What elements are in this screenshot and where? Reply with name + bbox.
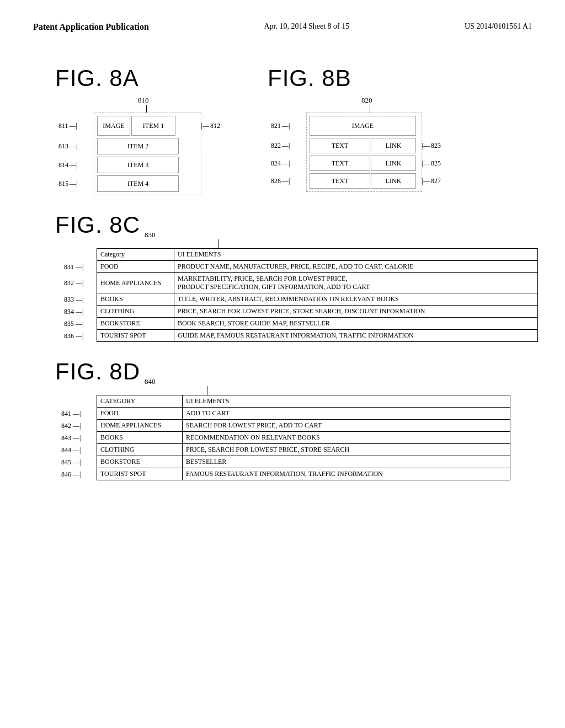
- fig-8d-category-cell: BOOKSTORE845 —|: [97, 456, 183, 468]
- fig-8d-table-area: CATEGORY UI ELEMENTS FOOD841 —|ADD TO CA…: [97, 395, 532, 480]
- fig-8d-col1-header: CATEGORY: [97, 395, 183, 408]
- fig-8d-row-label: 844 —|: [61, 446, 81, 454]
- fig-8c-row: CLOTHING834 —|PRICE, SEARCH FOR LOWEST P…: [97, 306, 538, 318]
- fig-8c-category-cell: FOOD831 —|: [97, 261, 174, 273]
- fig-8b-row4: 826 —| TEXT LINK |— 827: [310, 173, 419, 189]
- fig-8d-section: FIG. 8D 840 CATEGORY UI ELEMENTS FOOD841…: [55, 358, 532, 480]
- fig-8d-row-label: 845 —|: [61, 458, 81, 466]
- fig-8a-container: FIG. 8A 810 811 —|: [55, 65, 201, 195]
- fig-8c-ui-elements-cell: PRICE, SEARCH FOR LOWEST PRICE, STORE SE…: [174, 306, 538, 318]
- fig-8c-category-cell: HOME APPLIANCES832 —|: [97, 273, 174, 293]
- fig-8d-ui-elements-cell: PRICE, SEARCH FOR LOWEST PRICE, STORE SE…: [183, 444, 510, 456]
- fig-8d-row: CLOTHING844 —|PRICE, SEARCH FOR LOWEST P…: [97, 444, 510, 456]
- fig-8b-text4-cell: TEXT: [310, 173, 370, 189]
- fig-8d-label: FIG. 8D: [55, 358, 140, 385]
- fig-8c-row-label: 836 —|: [64, 331, 83, 340]
- fig-8c-category-cell: CLOTHING834 —|: [97, 306, 174, 318]
- fig-8b-link3-cell: LINK: [371, 156, 416, 171]
- fig-8b-827-label: |— 827: [422, 177, 441, 185]
- fig-8a-row3: 814 —| ITEM 3: [97, 157, 198, 173]
- header-left: Patent Application Publication: [33, 22, 149, 32]
- fig-8a-812-label: |— 812: [201, 122, 220, 130]
- fig-8c-row-label: 834 —|: [64, 307, 83, 315]
- fig-8b-row1: 821 —| IMAGE: [310, 116, 419, 136]
- fig-8c-row: FOOD831 —|PRODUCT NAME, MANUFACTURER, PR…: [97, 261, 538, 273]
- fig-8c-category-cell: TOURIST SPOT836 —|: [97, 330, 174, 342]
- header-center: Apr. 10, 2014 Sheet 8 of 15: [264, 22, 349, 31]
- fig-8a-item2-cell: ITEM 2: [97, 138, 179, 154]
- fig-8d-category-cell: BOOKS843 —|: [97, 432, 183, 444]
- fig-8b-label: FIG. 8B: [268, 65, 351, 92]
- fig-8c-row: HOME APPLIANCES832 —|MARKETABILITY, PRIC…: [97, 273, 538, 293]
- fig-8b-text3-cell: TEXT: [310, 156, 370, 171]
- fig-8d-row: BOOKS843 —|RECOMMENDATION ON RELEVANT BO…: [97, 432, 510, 444]
- fig-8d-ui-elements-cell: FAMOUS RESTAURANT INFORMATION, TRAFFIC I…: [183, 468, 510, 480]
- fig-8c-ui-elements-cell: PRODUCT NAME, MANUFACTURER, PRICE, RECIP…: [174, 261, 538, 273]
- fig-8a-label: FIG. 8A: [55, 65, 139, 92]
- fig-8c-section: FIG. 8C 830 Category UI ELEMENTS FOOD831…: [55, 212, 532, 342]
- fig-8d-ref: 840: [145, 377, 156, 386]
- fig-8d-row-label: 843 —|: [61, 433, 81, 442]
- fig-8b-row2-label: 822 —|: [271, 142, 290, 150]
- fig-8b-container: FIG. 8B 820 821 —| IMAGE: [268, 65, 422, 192]
- fig-8b-row1-label: 821 —|: [271, 122, 290, 130]
- fig-8c-row: TOURIST SPOT836 —|GUIDE MAP, FAMOUS REST…: [97, 330, 538, 342]
- fig-8a-main-box: 811 —| IMAGE ITEM 1 |— 812: [94, 113, 201, 195]
- fig-8d-ui-elements-cell: BESTSELLER: [183, 456, 510, 468]
- patent-title: Patent Application Publication: [33, 22, 149, 31]
- fig-8a-row4: 815 —| ITEM 4: [97, 175, 198, 192]
- fig-8d-row-label: 842 —|: [61, 421, 81, 430]
- fig-8d-ui-elements-cell: ADD TO CART: [183, 408, 510, 420]
- fig-8d-row: FOOD841 —|ADD TO CART: [97, 408, 510, 420]
- fig-8b-row3-label: 824 —|: [271, 159, 290, 168]
- fig-8d-ui-elements-cell: SEARCH FOR LOWEST PRICE, ADD TO CART: [183, 420, 510, 432]
- date-sheet: Apr. 10, 2014 Sheet 8 of 15: [264, 22, 349, 30]
- fig-8c-row-label: 835 —|: [64, 319, 83, 328]
- fig-8d-row-label: 841 —|: [61, 409, 81, 417]
- fig-8a-ref: 810: [138, 96, 149, 105]
- fig-8d-col2-header: UI ELEMENTS: [183, 395, 510, 408]
- fig-8b-link4-cell: LINK: [371, 173, 416, 189]
- fig-8c-row: BOOKSTORE835 —|BOOK SEARCH, STORE GUIDE …: [97, 318, 538, 330]
- fig-8a-row3-label: 814 —|: [58, 161, 77, 169]
- fig-8c-header-row: Category UI ELEMENTS: [97, 249, 538, 261]
- fig-8a-row1-label: 811 —|: [58, 122, 77, 130]
- fig-8c-row-label: 833 —|: [64, 295, 83, 303]
- fig-8d-category-cell: FOOD841 —|: [97, 408, 183, 420]
- fig-8c-row-label: 832 —|: [64, 279, 83, 287]
- fig-8d-table: CATEGORY UI ELEMENTS FOOD841 —|ADD TO CA…: [97, 395, 510, 480]
- fig-8b-row4-label: 826 —|: [271, 177, 290, 185]
- fig-8b-825-label: |— 825: [422, 159, 441, 168]
- fig-8c-table: Category UI ELEMENTS FOOD831 —|PRODUCT N…: [97, 248, 538, 342]
- fig-8b-image-cell: IMAGE: [310, 116, 416, 136]
- fig-8d-category-cell: TOURIST SPOT846 —|: [97, 468, 183, 480]
- fig-8a-row2-label: 813 —|: [58, 142, 77, 151]
- fig-8c-category-cell: BOOKS833 —|: [97, 293, 174, 306]
- patent-number: US 2014/0101561 A1: [465, 22, 532, 30]
- fig-8c-ui-elements-cell: TITLE, WRITER, ABSTRACT, RECOMMENDATION …: [174, 293, 538, 306]
- top-figs: FIG. 8A 810 811 —|: [33, 65, 532, 195]
- fig-8b-row2: 822 —| TEXT LINK |— 823: [310, 138, 419, 153]
- fig-8b-823-label: |— 823: [422, 142, 441, 150]
- fig-8b-text2-cell: TEXT: [310, 138, 370, 153]
- fig-8a-item1-cell: ITEM 1: [131, 116, 175, 136]
- fig-8d-header-row: CATEGORY UI ELEMENTS: [97, 395, 510, 408]
- fig-8b-row3: 824 —| TEXT LINK |— 825: [310, 156, 419, 171]
- header-right: US 2014/0101561 A1: [465, 22, 532, 31]
- fig-8c-ui-elements-cell: MARKETABILITY, PRICE, SEARCH FOR LOWEST …: [174, 273, 538, 293]
- fig-8a-item4-cell: ITEM 4: [97, 175, 179, 192]
- fig-8c-label: FIG. 8C: [55, 212, 140, 238]
- fig-8d-row: BOOKSTORE845 —|BESTSELLER: [97, 456, 510, 468]
- fig-8a-item3-cell: ITEM 3: [97, 157, 179, 173]
- fig-8d-category-cell: HOME APPLIANCES842 —|: [97, 420, 183, 432]
- fig-8c-row: BOOKS833 —|TITLE, WRITER, ABSTRACT, RECO…: [97, 293, 538, 306]
- fig-8d-row: HOME APPLIANCES842 —|SEARCH FOR LOWEST P…: [97, 420, 510, 432]
- fig-8c-ui-elements-cell: GUIDE MAP, FAMOUS RESTAURANT INFORMATION…: [174, 330, 538, 342]
- fig-8c-col2-header: UI ELEMENTS: [174, 249, 538, 261]
- fig-8a-row2: 813 —| ITEM 2: [97, 138, 198, 154]
- fig-8a-row4-label: 815 —|: [58, 180, 77, 188]
- fig-8a-row1: 811 —| IMAGE ITEM 1 |— 812: [97, 116, 198, 136]
- header: Patent Application Publication Apr. 10, …: [33, 22, 532, 32]
- fig-8c-category-cell: BOOKSTORE835 —|: [97, 318, 174, 330]
- fig-8d-row: TOURIST SPOT846 —|FAMOUS RESTAURANT INFO…: [97, 468, 510, 480]
